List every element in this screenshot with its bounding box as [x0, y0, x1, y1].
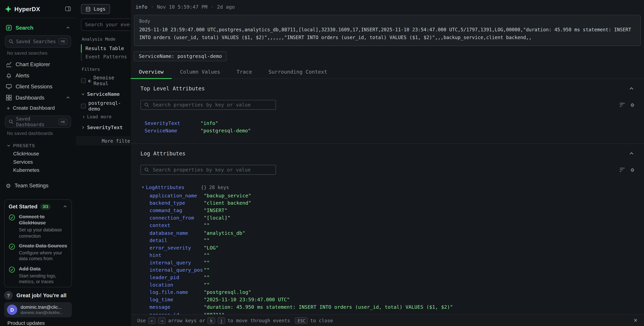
attribute-value[interactable]: ""	[204, 274, 210, 280]
attribute-row[interactable]: context ""	[150, 222, 634, 229]
attribute-row[interactable]: internal_query ""	[150, 259, 634, 266]
attribute-value[interactable]: "client backend"	[204, 200, 251, 206]
attribute-key[interactable]: SeverityText	[144, 121, 200, 126]
filter-group-severitytext[interactable]: SeverityText	[81, 125, 130, 130]
log-attributes-root-toggle[interactable]: ▼ LogAttributes {} 28 keys	[140, 184, 634, 191]
product-updates-link[interactable]: Product updates	[8, 320, 72, 326]
service-name-chip[interactable]: ServiceName: postgresql-demo	[134, 52, 227, 61]
checkbox[interactable]	[81, 104, 86, 109]
attribute-row[interactable]: database_name "analytics_db"	[150, 229, 634, 237]
sidebar-preset-item[interactable]: Kubernetes	[4, 166, 72, 175]
load-more-button[interactable]: Load more	[81, 114, 130, 120]
property-search-input[interactable]	[152, 167, 272, 173]
attribute-value[interactable]: ""	[204, 260, 210, 265]
attribute-key[interactable]: leader_pid	[150, 274, 204, 280]
attribute-row[interactable]: backend_type "client backend"	[150, 199, 634, 207]
get-started-item[interactable]: Add Data Start sending logs, metrics, or…	[8, 266, 67, 284]
sidebar-collapse-icon[interactable]	[65, 6, 71, 12]
attribute-key[interactable]: context	[150, 223, 204, 228]
collapse-section-icon[interactable]	[629, 151, 634, 156]
get-started-header[interactable]: Get Started 3/3	[8, 204, 67, 210]
attribute-value[interactable]: "postgresql-demo"	[200, 128, 251, 134]
attribute-value[interactable]: "backup_service"	[204, 193, 251, 199]
attribute-key[interactable]: connection_from	[150, 215, 204, 221]
attribute-key[interactable]: error_severity	[150, 245, 204, 251]
detail-tab[interactable]: Column Values	[172, 65, 228, 79]
attribute-key[interactable]: backend_type	[150, 200, 204, 206]
nav-alerts[interactable]: Alerts	[4, 70, 72, 81]
detail-tab[interactable]: Trace	[228, 65, 260, 79]
attribute-key[interactable]: command_tag	[150, 208, 204, 213]
nav-dashboards[interactable]: Dashboards	[4, 92, 72, 103]
attribute-row[interactable]: location ""	[150, 281, 634, 288]
nav-chart-explorer[interactable]: Chart Explorer	[4, 59, 72, 70]
nav-client-sessions[interactable]: Client Sessions	[4, 81, 72, 92]
nav-search[interactable]: Search	[4, 22, 72, 33]
filter-group-servicename[interactable]: ServiceName	[81, 91, 130, 97]
attribute-value[interactable]: "duration: 45.950 ms statement: INSERT I…	[204, 304, 453, 310]
gear-icon[interactable]: ⚙	[631, 167, 634, 173]
attribute-row[interactable]: detail ""	[150, 237, 634, 244]
sidebar-preset-item[interactable]: ClickHouse	[4, 150, 72, 158]
attribute-key[interactable]: internal_query_pos	[150, 267, 204, 273]
help-button[interactable]: ?	[4, 291, 13, 300]
analysis-mode-option[interactable]: Event Patterns	[81, 53, 130, 61]
attribute-row[interactable]: message "duration: 45.950 ms statement: …	[150, 303, 634, 311]
attribute-key[interactable]: message	[150, 304, 204, 310]
service-filter-option[interactable]: postgresql-demo	[81, 100, 130, 112]
saved-dashboards-input[interactable]: Saved Dashboards ⌘K	[5, 116, 71, 128]
collapse-section-icon[interactable]	[629, 86, 634, 91]
event-search-input[interactable]	[81, 19, 130, 31]
attribute-value[interactable]: "INSERT"	[204, 208, 228, 213]
user-menu[interactable]: D dominic.tran@clic... dominic.tran@clic…	[4, 302, 72, 317]
gear-icon[interactable]: ⚙	[631, 102, 634, 108]
attribute-key[interactable]: log.file.name	[150, 289, 204, 295]
attribute-value[interactable]: ""	[204, 282, 210, 288]
attribute-value[interactable]: "analytics_db"	[204, 230, 246, 236]
more-filters-button[interactable]: More filte	[76, 136, 130, 146]
get-started-item[interactable]: Create Data Sources Configure where your…	[8, 243, 67, 262]
detail-tab[interactable]: Surrounding Context	[260, 65, 335, 79]
attribute-value[interactable]: "postgresql.log"	[204, 289, 251, 295]
attribute-row[interactable]: application_name "backup_service"	[150, 192, 634, 199]
attribute-key[interactable]: log_time	[150, 297, 204, 303]
attribute-value[interactable]: ""	[204, 223, 210, 228]
saved-searches-input[interactable]: Saved Searches ⌘K	[5, 35, 71, 48]
attribute-key[interactable]: internal_query	[150, 260, 204, 265]
create-dashboard-button[interactable]: + Create Dashboard	[4, 103, 72, 114]
source-selector[interactable]: Logs	[81, 4, 110, 14]
property-search-input[interactable]	[152, 102, 272, 108]
attribute-value[interactable]: ""	[204, 252, 210, 258]
presets-toggle[interactable]: PRESETS	[6, 143, 72, 148]
line-options-icon[interactable]	[619, 102, 625, 107]
line-options-icon[interactable]	[619, 167, 625, 172]
attribute-row[interactable]: leader_pid ""	[150, 274, 634, 281]
attribute-key[interactable]: detail	[150, 237, 204, 243]
attribute-key[interactable]: ServiceName	[144, 128, 200, 134]
attribute-key[interactable]: hint	[150, 252, 204, 258]
checkbox[interactable]	[81, 78, 86, 83]
attribute-row[interactable]: log_time "2025-11-10 23:59:47.000 UTC"	[150, 296, 634, 303]
attribute-key[interactable]: application_name	[150, 193, 204, 199]
close-icon[interactable]: ×	[634, 317, 638, 323]
attribute-row[interactable]: connection_from "[local]"	[150, 214, 634, 222]
attribute-row[interactable]: ServiceName "postgresql-demo"	[144, 127, 634, 134]
attribute-row[interactable]: error_severity "LOG"	[150, 244, 634, 251]
nav-team-settings[interactable]: ⚙ Team Settings	[4, 180, 72, 191]
attribute-value[interactable]: "info"	[200, 121, 218, 126]
attribute-row[interactable]: log.file.name "postgresql.log"	[150, 288, 634, 296]
attribute-value[interactable]: "LOG"	[204, 245, 219, 251]
sidebar-preset-item[interactable]: Services	[4, 158, 72, 166]
attribute-row[interactable]: SeverityText "info"	[144, 120, 634, 127]
detail-tab[interactable]: Overview	[130, 65, 172, 79]
attribute-row[interactable]: hint ""	[150, 251, 634, 259]
attribute-row[interactable]: internal_query_pos ""	[150, 266, 634, 274]
attribute-row[interactable]: command_tag "INSERT"	[150, 207, 634, 214]
attribute-key[interactable]: database_name	[150, 230, 204, 236]
get-started-item[interactable]: Connect to ClickHouse Set up your databa…	[8, 214, 67, 239]
attribute-value[interactable]: ""	[204, 237, 210, 243]
attribute-value[interactable]: ""	[204, 267, 210, 273]
attribute-value[interactable]: "[local]"	[204, 215, 230, 221]
analysis-mode-option[interactable]: Results Table	[81, 44, 130, 53]
denoise-checkbox-row[interactable]: ◐ Denoise Resul	[81, 75, 130, 86]
